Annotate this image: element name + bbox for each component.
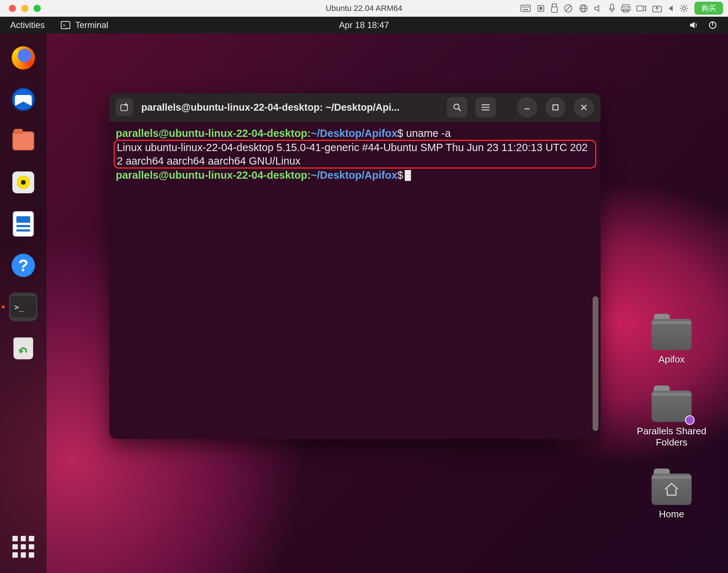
printer-icon[interactable]	[621, 4, 630, 12]
minimize-button[interactable]	[517, 97, 537, 118]
close-window-icon[interactable]	[9, 5, 16, 12]
volume-icon	[689, 21, 699, 29]
svg-rect-2	[524, 7, 525, 8]
svg-rect-34	[553, 105, 558, 110]
desktop-icon-label: Parallels Shared Folders	[630, 426, 713, 448]
svg-line-11	[565, 5, 571, 11]
clock[interactable]: Apr 18 18:47	[339, 20, 389, 30]
minimize-icon	[523, 104, 531, 111]
svg-rect-8	[552, 4, 557, 7]
trash-icon	[13, 337, 33, 359]
svg-rect-9	[551, 7, 557, 12]
terminal-icon	[61, 21, 70, 29]
command-output: Linux ubuntu-linux-22-04-desktop 5.15.0-…	[114, 140, 596, 169]
libreoffice-writer-icon	[13, 211, 34, 237]
svg-point-22	[682, 7, 685, 10]
share-icon[interactable]	[652, 4, 662, 12]
desktop-icon-label: Home	[659, 509, 684, 520]
home-icon	[664, 482, 680, 497]
firefox-icon	[12, 46, 35, 70]
power-icon	[708, 21, 717, 29]
ubuntu-desktop: Activities Terminal Apr 18 18:47 ? >_	[0, 17, 728, 573]
prompt-path: ~/Desktop/Apifox	[311, 127, 397, 139]
activities-button[interactable]: Activities	[0, 20, 55, 30]
scrollbar-thumb[interactable]	[593, 296, 598, 431]
camera-icon[interactable]	[636, 5, 646, 12]
cpu-icon[interactable]	[537, 4, 545, 13]
command-text: uname -a	[406, 127, 451, 139]
parallels-host-window: Ubuntu 22.04 ARM64 购买 Activities Termina…	[0, 0, 728, 573]
back-arrow-icon[interactable]	[668, 5, 673, 12]
search-icon	[452, 103, 462, 112]
gnome-top-bar: Activities Terminal Apr 18 18:47	[0, 17, 728, 33]
dock: ? >_	[0, 33, 47, 573]
system-tray[interactable]	[689, 21, 728, 29]
svg-rect-7	[539, 7, 542, 10]
dock-item-rhythmbox[interactable]	[9, 168, 37, 197]
thunderbird-icon	[12, 88, 35, 111]
cursor	[405, 170, 411, 181]
prompt-line-2: parallels@ubuntu-linux-22-04-desktop:~/D…	[116, 169, 594, 182]
prompt-user: parallels@ubuntu-linux-22-04-desktop	[116, 127, 307, 139]
buy-button[interactable]: 购买	[695, 2, 723, 15]
usb-icon[interactable]	[551, 4, 558, 13]
close-button[interactable]	[574, 97, 594, 118]
svg-rect-25	[121, 105, 127, 111]
hamburger-icon	[481, 104, 490, 111]
new-tab-icon	[120, 103, 129, 112]
terminal-body[interactable]: parallels@ubuntu-linux-22-04-desktop:~/D…	[109, 122, 601, 439]
dock-item-thunderbird[interactable]	[9, 85, 37, 114]
globe-icon[interactable]	[579, 4, 588, 13]
host-toolbar: 购买	[521, 2, 728, 15]
svg-rect-20	[637, 6, 643, 11]
maximize-icon	[552, 104, 559, 111]
rhythmbox-icon	[12, 171, 34, 193]
dock-item-trash[interactable]	[9, 334, 37, 363]
prompt-symbol: $	[397, 127, 403, 139]
files-icon	[12, 131, 34, 150]
desktop-icon-home[interactable]: Home	[652, 474, 692, 520]
network-disabled-icon[interactable]	[563, 4, 573, 13]
keyboard-icon[interactable]	[521, 5, 531, 12]
sound-icon[interactable]	[594, 4, 603, 12]
svg-point-28	[454, 104, 459, 109]
host-title: Ubuntu 22.04 ARM64	[326, 4, 402, 13]
svg-rect-0	[521, 5, 530, 12]
terminal-title: parallels@ubuntu-linux-22-04-desktop: ~/…	[141, 102, 439, 113]
microphone-icon[interactable]	[609, 4, 615, 13]
prompt-line-1: parallels@ubuntu-linux-22-04-desktop:~/D…	[116, 127, 594, 140]
help-icon: ?	[12, 254, 35, 277]
current-app-label: Terminal	[75, 20, 108, 30]
svg-rect-1	[522, 7, 523, 8]
dock-item-help[interactable]: ?	[9, 251, 37, 280]
link-badge-icon	[685, 415, 695, 425]
maximize-button[interactable]	[545, 97, 566, 118]
current-app-indicator[interactable]: Terminal	[55, 20, 108, 30]
window-controls	[0, 5, 41, 12]
host-titlebar: Ubuntu 22.04 ARM64 购买	[0, 0, 728, 17]
desktop-icon-parallels-shared[interactable]: Parallels Shared Folders	[630, 391, 713, 448]
dock-item-terminal[interactable]: >_	[9, 293, 37, 321]
show-applications-button[interactable]	[12, 536, 34, 558]
zoom-window-icon[interactable]	[33, 5, 41, 12]
desktop-icon-label: Apifox	[658, 354, 685, 365]
hamburger-button[interactable]	[475, 97, 496, 118]
terminal-titlebar[interactable]: parallels@ubuntu-linux-22-04-desktop: ~/…	[109, 93, 601, 122]
desktop-icons: Apifox Parallels Shared Folders Home	[630, 319, 713, 520]
dock-item-files[interactable]	[9, 127, 37, 155]
terminal-app-icon: >_	[11, 296, 36, 317]
svg-line-29	[458, 108, 461, 111]
gear-icon[interactable]	[679, 4, 689, 13]
search-button[interactable]	[447, 97, 467, 118]
prompt-sep: :	[307, 127, 311, 139]
terminal-window: parallels@ubuntu-linux-22-04-desktop: ~/…	[109, 93, 601, 439]
minimize-window-icon[interactable]	[21, 5, 28, 12]
svg-rect-4	[528, 7, 529, 8]
svg-rect-5	[523, 9, 528, 10]
desktop-icon-apifox[interactable]: Apifox	[652, 319, 692, 365]
svg-rect-3	[526, 7, 527, 8]
dock-item-writer[interactable]	[9, 210, 37, 238]
dock-item-firefox[interactable]	[9, 44, 37, 72]
close-icon	[580, 104, 587, 111]
new-tab-button[interactable]	[116, 99, 133, 116]
